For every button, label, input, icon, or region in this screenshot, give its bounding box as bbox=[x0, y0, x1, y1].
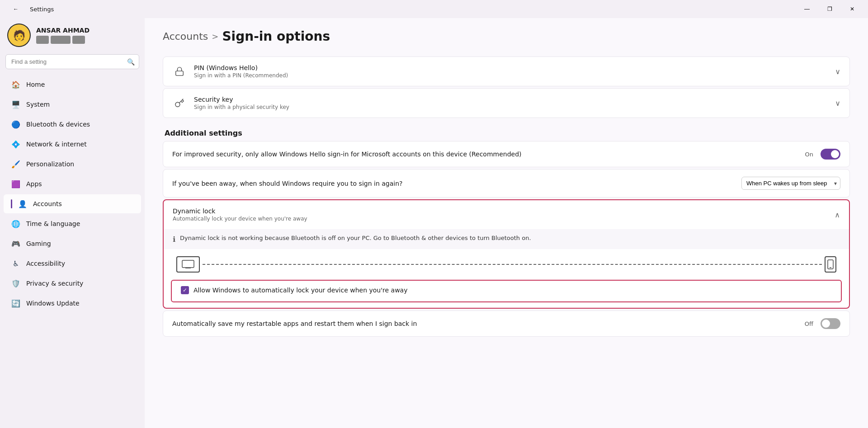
info-icon: ℹ️ bbox=[173, 235, 175, 244]
titlebar-title: Settings bbox=[30, 6, 54, 13]
auto-save-toggle[interactable] bbox=[821, 318, 840, 329]
security-key-subtitle: Sign in with a physical security key bbox=[194, 104, 835, 110]
back-button[interactable]: ← bbox=[5, 2, 26, 16]
windows-hello-text: For improved security, only allow Window… bbox=[172, 151, 805, 158]
auto-save-toggle-label: Off bbox=[805, 320, 813, 327]
sidebar-item-accessibility-label: Accessibility bbox=[26, 260, 65, 267]
sign-in-after-away-title: If you've been away, when should Windows… bbox=[172, 180, 741, 187]
dynamic-lock-chevron: ∧ bbox=[835, 211, 840, 219]
breadcrumb-parent[interactable]: Accounts bbox=[163, 31, 208, 42]
auto-save-toggle-group: Off bbox=[805, 318, 840, 329]
sidebar-item-time[interactable]: 🌐 Time & language bbox=[4, 214, 141, 233]
sidebar-item-network[interactable]: 💠 Network & internet bbox=[4, 135, 141, 154]
pin-chevron: ∨ bbox=[835, 67, 840, 76]
sign-in-after-away-row: If you've been away, when should Windows… bbox=[163, 169, 849, 197]
auto-save-toggle-thumb bbox=[822, 320, 830, 328]
pin-text: PIN (Windows Hello) Sign in with a PIN (… bbox=[194, 64, 835, 79]
sidebar-item-bluetooth[interactable]: 🔵 Bluetooth & devices bbox=[4, 115, 141, 134]
pin-icon bbox=[172, 64, 187, 79]
toggle-thumb bbox=[831, 150, 839, 158]
sidebar-item-accounts[interactable]: 👤 Accounts bbox=[4, 194, 141, 213]
auto-save-apps-text: Automatically save my restartable apps a… bbox=[172, 320, 805, 327]
user-badges bbox=[36, 36, 90, 44]
sidebar-item-apps[interactable]: 🟪 Apps bbox=[4, 174, 141, 193]
breadcrumb: Accounts > Sign-in options bbox=[163, 29, 850, 44]
svg-rect-1 bbox=[182, 260, 194, 268]
sidebar-item-accessibility[interactable]: ♿ Accessibility bbox=[4, 254, 141, 273]
user-profile: 🧑 ANSAR AHMAD bbox=[0, 18, 145, 54]
auto-lock-checkbox-row[interactable]: ✓ Allow Windows to automatically lock yo… bbox=[171, 280, 842, 302]
gaming-icon: 🎮 bbox=[11, 239, 21, 249]
sidebar-item-home[interactable]: 🏠 Home bbox=[4, 75, 141, 94]
sidebar-item-update-label: Windows Update bbox=[26, 300, 80, 307]
sidebar-item-gaming-label: Gaming bbox=[26, 240, 51, 247]
sidebar-item-network-label: Network & internet bbox=[26, 141, 87, 148]
sidebar-item-gaming[interactable]: 🎮 Gaming bbox=[4, 234, 141, 253]
dynamic-lock-info-text: Dynamic lock is not working because Blue… bbox=[180, 235, 531, 241]
pin-card: PIN (Windows Hello) Sign in with a PIN (… bbox=[163, 56, 850, 86]
dynamic-lock-row[interactable]: Dynamic lock Automatically lock your dev… bbox=[164, 200, 849, 229]
sign-in-dropdown[interactable]: Every time When PC wakes up from sleep N… bbox=[741, 177, 840, 190]
active-indicator bbox=[11, 199, 12, 208]
sidebar-item-system-label: System bbox=[26, 101, 50, 108]
auto-lock-checkbox[interactable]: ✓ bbox=[181, 286, 189, 294]
pin-row[interactable]: PIN (Windows Hello) Sign in with a PIN (… bbox=[163, 57, 849, 86]
pin-title: PIN (Windows Hello) bbox=[194, 64, 835, 71]
apps-icon: 🟪 bbox=[11, 179, 21, 189]
security-key-icon bbox=[172, 96, 187, 110]
auto-lock-label: Allow Windows to automatically lock your… bbox=[193, 287, 407, 294]
system-icon: 🖥️ bbox=[11, 99, 21, 109]
sidebar-item-time-label: Time & language bbox=[26, 220, 80, 227]
sidebar-item-system[interactable]: 🖥️ System bbox=[4, 95, 141, 114]
pin-subtitle: Sign in with a PIN (Recommended) bbox=[194, 72, 835, 79]
windows-hello-card: For improved security, only allow Window… bbox=[163, 141, 850, 167]
network-icon: 💠 bbox=[11, 139, 21, 149]
sidebar-item-accounts-label: Accounts bbox=[33, 200, 62, 207]
personalization-icon: 🖌️ bbox=[11, 159, 21, 169]
windows-hello-toggle-label: On bbox=[805, 151, 813, 158]
search-input[interactable] bbox=[5, 54, 139, 69]
close-button[interactable]: ✕ bbox=[842, 2, 863, 16]
main-content: Accounts > Sign-in options PIN (Windows … bbox=[145, 18, 868, 428]
security-key-title: Security key bbox=[194, 96, 835, 103]
sidebar-item-apps-label: Apps bbox=[26, 180, 42, 188]
security-key-chevron: ∨ bbox=[835, 99, 840, 108]
phone-icon bbox=[825, 256, 836, 273]
search-box: 🔍 bbox=[5, 54, 139, 69]
user-badge-1 bbox=[36, 36, 49, 44]
auto-save-apps-card: Automatically save my restartable apps a… bbox=[163, 310, 850, 337]
windows-hello-toggle[interactable] bbox=[821, 149, 840, 160]
auto-save-apps-row: Automatically save my restartable apps a… bbox=[163, 311, 849, 336]
accounts-icon: 👤 bbox=[18, 199, 28, 209]
sidebar-item-update[interactable]: 🔄 Windows Update bbox=[4, 294, 141, 313]
computer-icon bbox=[176, 256, 200, 273]
security-key-row[interactable]: Security key Sign in with a physical sec… bbox=[163, 89, 849, 118]
sign-in-after-away-text: If you've been away, when should Windows… bbox=[172, 180, 741, 187]
sidebar-item-privacy[interactable]: 🛡️ Privacy & security bbox=[4, 274, 141, 293]
time-icon: 🌐 bbox=[11, 219, 21, 229]
sidebar-item-personalization[interactable]: 🖌️ Personalization bbox=[4, 155, 141, 174]
user-badge-3 bbox=[72, 36, 85, 44]
connection-dashes bbox=[200, 264, 825, 265]
avatar: 🧑 bbox=[7, 24, 31, 47]
device-diagram bbox=[164, 249, 849, 280]
dynamic-lock-title: Dynamic lock bbox=[173, 207, 835, 215]
bluetooth-icon: 🔵 bbox=[11, 119, 21, 129]
breadcrumb-current: Sign-in options bbox=[222, 29, 330, 44]
windows-hello-title: For improved security, only allow Window… bbox=[172, 151, 805, 158]
user-badge-2 bbox=[51, 36, 71, 44]
user-info: ANSAR AHMAD bbox=[36, 27, 90, 44]
user-name: ANSAR AHMAD bbox=[36, 27, 90, 34]
titlebar-controls: — ❐ ✕ bbox=[797, 2, 863, 16]
windows-hello-toggle-group: On bbox=[805, 149, 840, 160]
titlebar: ← Settings — ❐ ✕ bbox=[0, 0, 868, 18]
minimize-button[interactable]: — bbox=[797, 2, 817, 16]
security-key-text: Security key Sign in with a physical sec… bbox=[194, 96, 835, 110]
update-icon: 🔄 bbox=[11, 298, 21, 308]
sidebar-item-personalization-label: Personalization bbox=[26, 160, 74, 168]
dynamic-lock-card: Dynamic lock Automatically lock your dev… bbox=[163, 199, 850, 309]
dynamic-lock-subtitle: Automatically lock your device when you'… bbox=[173, 216, 835, 222]
maximize-button[interactable]: ❐ bbox=[819, 2, 840, 16]
sidebar-item-bluetooth-label: Bluetooth & devices bbox=[26, 121, 90, 128]
sidebar-item-home-label: Home bbox=[26, 81, 45, 88]
